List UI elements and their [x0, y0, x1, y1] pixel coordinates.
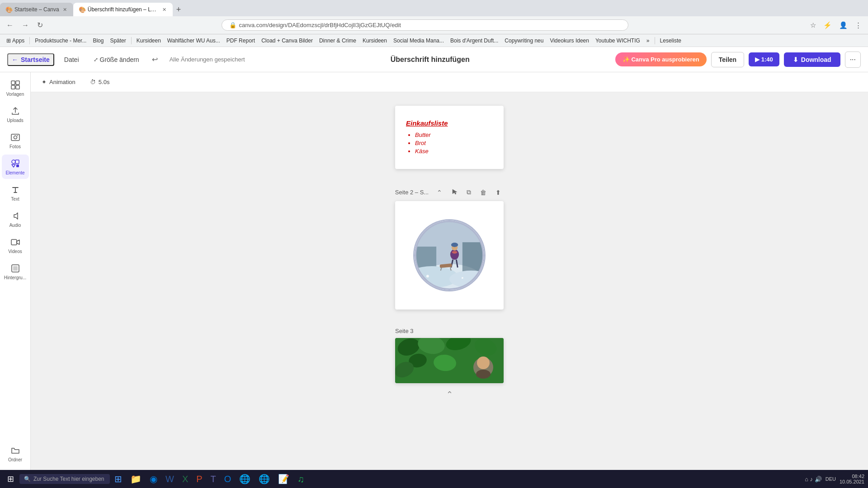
- teams-button[interactable]: T: [208, 473, 219, 485]
- bookmark-apps[interactable]: ⊞ Apps: [4, 37, 27, 45]
- animation-button[interactable]: ✦ Animation: [38, 77, 79, 87]
- svg-point-42: [476, 370, 491, 379]
- profile-button[interactable]: 👤: [836, 19, 850, 31]
- design-title: Überschrift hinzufügen: [391, 56, 470, 64]
- svg-point-5: [14, 136, 17, 139]
- svg-rect-3: [16, 85, 19, 89]
- resize-button[interactable]: ⤢ Größe ändern: [89, 53, 144, 66]
- browser-menu-button[interactable]: ⋮: [852, 19, 864, 31]
- sidebar-item-ordner[interactable]: Ordner: [2, 441, 29, 466]
- bookmark-blog[interactable]: Blog: [90, 37, 106, 45]
- more-bookmarks-label: »: [646, 38, 650, 44]
- system-icons: ⌂ ♪ 🔊: [805, 476, 822, 483]
- powerpoint-button[interactable]: P: [193, 473, 205, 485]
- sidebar-item-fotos[interactable]: Fotos: [2, 128, 29, 153]
- taskbar-right: ⌂ ♪ 🔊 DEU 08:42 10.05.2021: [805, 474, 864, 484]
- tab-favicon-1: 🎨: [5, 6, 12, 13]
- address-bar[interactable]: 🔒 canva.com/design/DAEdomzscjl/drBfjHdCo…: [222, 19, 628, 31]
- slide-page2[interactable]: [395, 201, 504, 310]
- explorer-button[interactable]: 📁: [127, 473, 144, 485]
- bookmarks-bar: ⊞ Apps Produktsuche - Mer... Blog Später…: [0, 34, 868, 47]
- bois-label: Bois d'Argent Duft...: [450, 38, 498, 44]
- back-button[interactable]: ←: [4, 19, 16, 31]
- bookmark-pdfreport[interactable]: PDF Report: [224, 37, 258, 45]
- download-button[interactable]: ⬇ Download: [784, 52, 840, 67]
- bookmark-dinner[interactable]: Dinner & Crime: [316, 37, 359, 45]
- reload-button[interactable]: ↻: [34, 19, 46, 31]
- bookmark-videokurs[interactable]: Videokurs Ideen: [547, 37, 592, 45]
- sidebar-item-videos[interactable]: Videos: [2, 233, 29, 258]
- saved-status: Alle Änderungen gespeichert: [170, 56, 245, 63]
- sidebar-item-vorlagen[interactable]: Vorlagen: [2, 76, 29, 100]
- canvas-area[interactable]: Einkaufsliste Butter Brot Käse: [31, 92, 868, 472]
- duration-button[interactable]: ⏱ 5.0s: [86, 77, 113, 87]
- undo-button[interactable]: ↩: [149, 53, 160, 66]
- edge-app-button[interactable]: 🌐: [256, 473, 273, 485]
- excel-button[interactable]: X: [179, 473, 191, 485]
- tab-close-1[interactable]: ✕: [62, 7, 68, 13]
- videos-icon: [10, 237, 21, 248]
- search-placeholder: Zur Suche Text hier eingeben: [33, 476, 104, 482]
- page2-content: [395, 201, 504, 310]
- animation-icon: ✦: [42, 79, 47, 85]
- bookmark-star-button[interactable]: ☆: [807, 19, 819, 31]
- bookmark-more[interactable]: »: [644, 37, 652, 45]
- play-button[interactable]: ▶ 1:40: [749, 52, 779, 66]
- outlook-button[interactable]: O: [222, 473, 234, 485]
- page2-label-row: Seite 2 – S... ⌃ ⧉ 🗑 ⬆: [395, 187, 504, 197]
- file-button[interactable]: Datei: [60, 53, 84, 66]
- svg-point-23: [452, 251, 458, 253]
- tab-startseite[interactable]: 🎨 Startseite – Canva ✕: [0, 3, 73, 16]
- bookmark-kursideen2[interactable]: Kursideen: [360, 37, 390, 45]
- spotify-button[interactable]: ♫: [295, 473, 307, 485]
- slide-page3[interactable]: [395, 338, 504, 383]
- start-button[interactable]: ⊞: [4, 472, 18, 486]
- bookmark-leseliste[interactable]: Leseliste: [657, 37, 684, 45]
- sidebar-item-elemente[interactable]: Elemente: [2, 155, 29, 179]
- word-button[interactable]: W: [163, 473, 177, 485]
- tab-close-2[interactable]: ✕: [161, 7, 167, 13]
- home-button[interactable]: ← Startseite: [7, 53, 54, 66]
- page2-duplicate-button[interactable]: ⧉: [464, 187, 474, 197]
- sidebar-item-hintergrund[interactable]: Hintergru...: [2, 259, 29, 284]
- bookmark-socialmedia[interactable]: Social Media Mana...: [391, 37, 447, 45]
- bookmark-spaeter[interactable]: Später: [107, 37, 128, 45]
- resize-icon: ⤢: [94, 56, 98, 63]
- page2-up-button[interactable]: ⌃: [434, 188, 445, 197]
- edge-button[interactable]: ◉: [147, 473, 160, 485]
- bookmark-separator-2: [131, 37, 132, 44]
- page-up-arrow[interactable]: ⌃: [444, 388, 455, 401]
- forward-button[interactable]: →: [19, 19, 32, 31]
- sidebar-item-uploads[interactable]: Uploads: [2, 102, 29, 127]
- duration-label: 5.0s: [99, 79, 110, 85]
- taskview-button[interactable]: ⊞: [112, 473, 125, 485]
- svg-rect-9: [16, 164, 19, 167]
- bookmark-produktsuche[interactable]: Produktsuche - Mer...: [32, 37, 89, 45]
- new-tab-button[interactable]: +: [173, 5, 185, 14]
- bookmark-kursideen1[interactable]: Kursideen: [134, 37, 164, 45]
- sidebar-item-audio[interactable]: Audio: [2, 207, 29, 231]
- page2-export-button[interactable]: ⬆: [493, 188, 504, 197]
- svg-point-22: [451, 243, 458, 247]
- share-button[interactable]: Teilen: [711, 52, 744, 67]
- more-options-button[interactable]: ···: [845, 52, 861, 68]
- bookmark-bois[interactable]: Bois d'Argent Duft...: [448, 37, 501, 45]
- tab-bar: 🎨 Startseite – Canva ✕ 🎨 Überschrift hin…: [0, 0, 868, 16]
- canva-pro-button[interactable]: ✨ Canva Pro ausprobieren: [615, 52, 707, 66]
- bookmark-youtube[interactable]: Youtube WICHTIG: [593, 37, 643, 45]
- taskbar-search[interactable]: 🔍 Zur Suche Text hier eingeben: [19, 474, 110, 484]
- extensions-button[interactable]: ⚡: [821, 19, 835, 31]
- chrome-button[interactable]: 🌐: [236, 473, 253, 485]
- text-icon: [10, 184, 21, 195]
- tab-ueberschrift[interactable]: 🎨 Überschrift hinzufügen – Logo ✕: [73, 3, 173, 16]
- bookmark-wahlfaecher[interactable]: Wahlfächer WU Aus...: [165, 37, 223, 45]
- bookmark-cload[interactable]: Cload + Canva Bilder: [259, 37, 316, 45]
- sidebar-item-text[interactable]: Text: [2, 181, 29, 205]
- notes-button[interactable]: 📝: [275, 473, 292, 485]
- page2-delete-button[interactable]: 🗑: [477, 188, 489, 197]
- page2-cursor-button[interactable]: [448, 187, 460, 197]
- page3-label-row: Seite 3: [395, 328, 413, 334]
- bookmark-copywriting[interactable]: Copywriting neu: [502, 37, 546, 45]
- tab-favicon-2: 🎨: [79, 6, 85, 13]
- slide-page1[interactable]: Einkaufsliste Butter Brot Käse: [395, 106, 504, 169]
